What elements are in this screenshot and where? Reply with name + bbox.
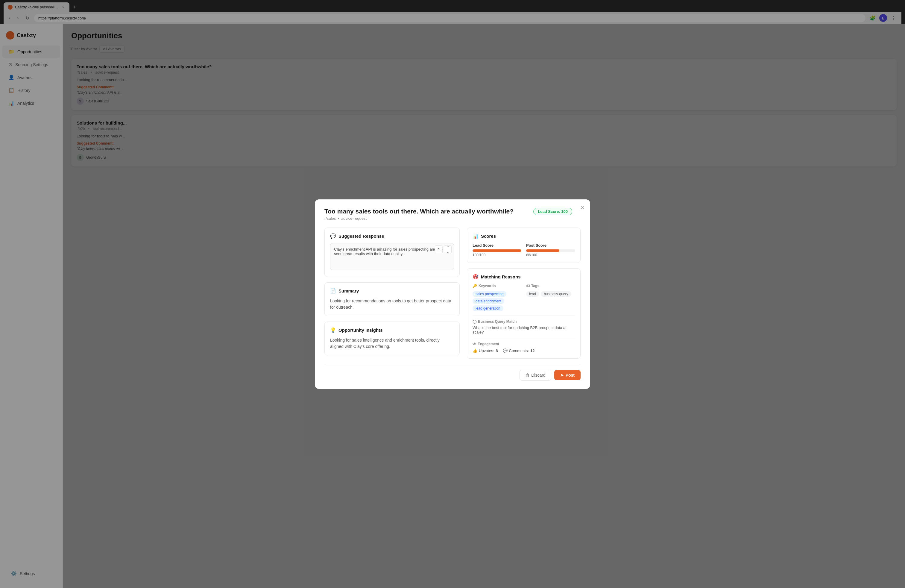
upvotes-label: Upvotes: bbox=[479, 348, 494, 353]
opportunity-insights-section: 💡 Opportunity Insights Looking for sales… bbox=[324, 321, 460, 355]
suggested-response-section: 💬 Suggested Response ↻ ⌃⌄ bbox=[324, 227, 460, 277]
summary-title: 📄 Summary bbox=[330, 288, 454, 294]
modal-meta-dot: • bbox=[338, 216, 340, 221]
modal-subreddit: r/sales bbox=[324, 216, 336, 221]
refresh-response-button[interactable]: ↻ bbox=[435, 245, 443, 253]
business-query-text: What's the best tool for enriching B2B p… bbox=[473, 326, 575, 334]
textarea-btn-group: ↻ ⌃⌄ bbox=[435, 245, 452, 253]
tag-icon: 🏷 bbox=[526, 284, 530, 288]
modal-meta: r/sales • advice-request bbox=[324, 216, 581, 221]
biz-query-icon: ◯ bbox=[473, 319, 476, 324]
engagement-stats: 👍 Upvotes: 8 💬 Comments: 12 bbox=[473, 348, 575, 353]
summary-text: Looking for recommendations on tools to … bbox=[330, 298, 454, 310]
comments-stat: 💬 Comments: 12 bbox=[503, 348, 535, 353]
upvote-icon: 👍 bbox=[473, 348, 477, 353]
modal-close-button[interactable]: × bbox=[581, 204, 584, 211]
modal-body: 💬 Suggested Response ↻ ⌃⌄ 📄 bbox=[324, 227, 581, 359]
comments-icon: 💬 bbox=[503, 348, 508, 353]
tag-0: lead bbox=[526, 291, 539, 297]
engagement-label: 👁 Engagement bbox=[473, 342, 575, 346]
modal-overlay: × Lead Score: 100 Too many sales tools o… bbox=[0, 0, 905, 588]
scores-title: 📊 Scores bbox=[473, 233, 575, 239]
suggested-response-icon: 💬 bbox=[330, 233, 336, 239]
lead-score-item: Lead Score 100/100 bbox=[473, 243, 521, 257]
lead-score-label: Lead Score bbox=[473, 243, 521, 248]
upvotes-value: 8 bbox=[495, 348, 498, 353]
tags-label: 🏷 Tags bbox=[526, 284, 575, 288]
scores-grid: Lead Score 100/100 Post Score 68/100 bbox=[473, 243, 575, 257]
lead-score-bar-bg bbox=[473, 250, 521, 252]
modal-footer: 🗑 Discard ➤ Post bbox=[324, 365, 581, 380]
opportunity-insights-title: 💡 Opportunity Insights bbox=[330, 327, 454, 333]
keyword-tag-1: data enrichment bbox=[473, 298, 504, 304]
keywords-label: 🔑 Keywords bbox=[473, 284, 521, 288]
keyword-tag-2: lead generation bbox=[473, 305, 503, 311]
comments-label: Comments: bbox=[509, 348, 529, 353]
chevron-response-button[interactable]: ⌃⌄ bbox=[444, 245, 452, 253]
post-icon: ➤ bbox=[560, 373, 564, 378]
post-score-value: 68/100 bbox=[526, 253, 575, 257]
tag-1: business-query bbox=[541, 291, 571, 297]
keywords-col: 🔑 Keywords sales prospecting data enrich… bbox=[473, 284, 521, 312]
comments-value: 12 bbox=[530, 348, 535, 353]
post-score-label: Post Score bbox=[526, 243, 575, 248]
scores-icon: 📊 bbox=[473, 233, 478, 239]
modal-right: 📊 Scores Lead Score 100/100 Post Scor bbox=[467, 227, 581, 359]
business-query-section: ◯ Business Query Match What's the best t… bbox=[473, 316, 575, 334]
key-icon: 🔑 bbox=[473, 284, 477, 288]
summary-icon: 📄 bbox=[330, 288, 336, 294]
lead-score-badge: Lead Score: 100 bbox=[533, 208, 572, 215]
post-score-item: Post Score 68/100 bbox=[526, 243, 575, 257]
summary-section: 📄 Summary Looking for recommendations on… bbox=[324, 282, 460, 316]
discard-icon: 🗑 bbox=[525, 373, 529, 378]
engagement-section: 👁 Engagement 👍 Upvotes: 8 💬 Comm bbox=[473, 338, 575, 353]
matching-reasons-title: 🎯 Matching Reasons bbox=[473, 274, 575, 280]
response-textarea-wrapper: ↻ ⌃⌄ bbox=[330, 243, 454, 271]
lead-score-bar-fill bbox=[473, 250, 521, 252]
post-score-bar-fill bbox=[526, 250, 559, 252]
scores-section: 📊 Scores Lead Score 100/100 Post Scor bbox=[467, 227, 581, 263]
discard-button[interactable]: 🗑 Discard bbox=[519, 370, 551, 380]
lead-score-value: 100/100 bbox=[473, 253, 521, 257]
upvotes-stat: 👍 Upvotes: 8 bbox=[473, 348, 498, 353]
modal-left: 💬 Suggested Response ↻ ⌃⌄ 📄 bbox=[324, 227, 460, 359]
matching-grid: 🔑 Keywords sales prospecting data enrich… bbox=[473, 284, 575, 312]
modal-tag: advice-request bbox=[341, 216, 367, 221]
keyword-tag-0: sales prospecting bbox=[473, 291, 506, 297]
tags-col: 🏷 Tags lead business-query bbox=[526, 284, 575, 312]
matching-reasons-icon: 🎯 bbox=[473, 274, 478, 280]
suggested-response-title: 💬 Suggested Response bbox=[330, 233, 454, 239]
post-button[interactable]: ➤ Post bbox=[554, 370, 581, 380]
post-score-bar-bg bbox=[526, 250, 575, 252]
keywords-tags: sales prospecting data enrichment lead g… bbox=[473, 291, 521, 312]
opportunity-insights-text: Looking for sales intelligence and enric… bbox=[330, 337, 454, 350]
engagement-icon: 👁 bbox=[473, 342, 476, 346]
modal: × Lead Score: 100 Too many sales tools o… bbox=[315, 199, 590, 389]
matching-reasons-section: 🎯 Matching Reasons 🔑 Keywords sales pros… bbox=[467, 268, 581, 359]
tags-list: lead business-query bbox=[526, 291, 575, 297]
business-query-label: ◯ Business Query Match bbox=[473, 319, 575, 324]
opportunity-insights-icon: 💡 bbox=[330, 327, 336, 333]
